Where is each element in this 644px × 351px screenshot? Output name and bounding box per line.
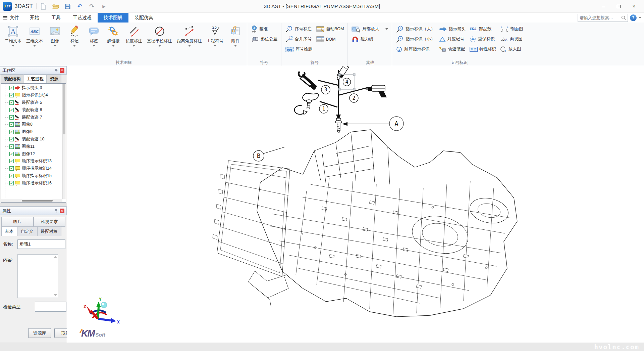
tree-item[interactable]: 顺序指示标识14 [5, 165, 62, 172]
ribbon-button-marker[interactable]: 标记 [65, 23, 84, 47]
help-button[interactable]: ? [630, 14, 637, 21]
ribbon-button-hyperlink[interactable]: 超链接 [104, 23, 123, 47]
search-box[interactable] [578, 14, 628, 22]
ribbon-button-surface-symbol[interactable]: 3.2 工程符号 [204, 23, 226, 47]
tab-process[interactable]: 工艺过程 [67, 13, 98, 23]
scroll-up-icon[interactable] [54, 256, 57, 258]
ribbon-button-image[interactable]: 图像 [45, 23, 65, 47]
minimize-button[interactable]: – [600, 3, 607, 9]
checkbox-checked[interactable] [9, 115, 14, 120]
tree-item[interactable]: 装配轨迹 10 [5, 136, 62, 143]
tree-item[interactable]: 指示箭头 3 [5, 84, 62, 92]
tree-vertical-scrollbar[interactable] [62, 84, 66, 199]
pin-icon[interactable] [54, 209, 58, 213]
open-file-button[interactable] [52, 3, 59, 10]
tab-inspection-requirements[interactable]: 检测要求 [34, 217, 66, 227]
name-input[interactable] [17, 239, 65, 249]
checkbox-checked[interactable] [9, 174, 14, 178]
ribbon-button-distance-angle-dim[interactable]: 距离角度标注 [174, 23, 204, 47]
tree-item[interactable]: 图像12 [5, 150, 62, 158]
tree-horizontal-scrollbar[interactable] [1, 199, 62, 202]
tree-item[interactable]: 顺序指示标识16 [5, 179, 62, 187]
cad-viewport[interactable]: 1 2 3 4 A B [67, 66, 644, 343]
undo-button[interactable]: ↶ [76, 3, 84, 10]
tree-item[interactable]: 顺序指示标识13 [5, 158, 62, 165]
check-type-input[interactable] [35, 302, 66, 312]
hand-screw-tool-icon[interactable] [294, 93, 319, 115]
ribbon-button-feature-mark[interactable]: 水密 特性标识 [470, 45, 496, 53]
tab-process[interactable]: 工艺过程 [24, 75, 47, 83]
ribbon-button-enlarged-view[interactable]: A 放大图 [500, 45, 523, 53]
ribbon-button-sequence-indicator[interactable]: 1 顺序指示标识 [396, 45, 435, 53]
ribbon-button-magnetic-line[interactable]: 磁力线 [352, 35, 388, 43]
tree-item[interactable]: 指示标识(大)4 [5, 92, 62, 99]
tree-item[interactable]: 顺序指示标识15 [5, 172, 62, 180]
new-file-button[interactable] [40, 3, 47, 10]
ribbon-button-merge-balloon[interactable]: 12 合并序号 [285, 35, 312, 43]
tab-technical-illustration[interactable]: 技术图解 [98, 13, 128, 23]
tab-picture[interactable]: 图片 [1, 217, 34, 227]
bolt-icon[interactable] [335, 118, 342, 133]
scroll-down-icon[interactable] [54, 294, 57, 296]
ribbon-button-indicator-large[interactable]: A 指示标识（大） [396, 25, 435, 33]
close-button[interactable]: × [631, 3, 637, 9]
ribbon-button-section-view[interactable]: AA 剖面图 [500, 25, 523, 33]
ribbon-button-datum[interactable]: A 基准 [251, 25, 277, 33]
checkbox-checked[interactable] [9, 152, 14, 156]
tree-item[interactable]: 图像9 [5, 128, 62, 136]
tree-item[interactable]: 装配轨迹 5 [5, 99, 62, 106]
tab-basic[interactable]: 基本 [1, 227, 17, 236]
ribbon-button-indicator-arrow[interactable]: 指示箭头 [439, 25, 466, 33]
checkbox-checked[interactable] [9, 130, 14, 134]
help-dropdown-caret-icon[interactable] [639, 17, 641, 18]
tree-item[interactable]: 装配轨迹 6 [5, 106, 62, 114]
workspace-close-icon[interactable]: ✕ [60, 68, 64, 73]
checkbox-checked[interactable] [9, 93, 14, 97]
checkbox-checked[interactable] [9, 137, 14, 141]
assembly-annotations[interactable]: 1 2 3 4 A B [253, 66, 404, 161]
ribbon-button-diameter-dim[interactable]: 直径半径标注 [145, 23, 174, 47]
checkbox-checked[interactable] [9, 100, 14, 105]
ribbon-button-length-dim[interactable]: 长度标注 [123, 23, 145, 47]
ribbon-button-3d-text[interactable]: ABC 三维文本 [24, 23, 45, 47]
cad-canvas[interactable]: 1 2 3 4 A B [67, 66, 644, 343]
ribbon-button-direction-view[interactable]: A 向视图 [500, 35, 523, 43]
ribbon-button-bom[interactable]: BOM [316, 35, 344, 43]
tree-item[interactable]: 图像8 [5, 121, 62, 128]
pin-icon[interactable] [54, 69, 58, 73]
tab-tools[interactable]: 工具 [45, 13, 67, 23]
checkbox-checked[interactable] [9, 144, 14, 149]
ribbon-button-geometric-tolerance[interactable]: 形位公差 [251, 35, 277, 43]
properties-close-icon[interactable]: ✕ [60, 209, 64, 213]
checkbox-checked[interactable] [9, 86, 14, 90]
tab-home[interactable]: 开始 [24, 13, 45, 23]
tab-custom[interactable]: 自定义 [17, 227, 37, 236]
quick-access-more-icon[interactable]: ▶ [100, 3, 108, 10]
ribbon-button-auto-bom[interactable]: 自动BOM [316, 25, 344, 33]
ribbon-button-2d-text[interactable]: A 二维文本 [2, 23, 24, 47]
wrench-tool-icon[interactable] [299, 72, 316, 90]
ribbon-button-detail-view[interactable]: 局部放大 [352, 25, 388, 33]
tree-item[interactable]: 装配轨迹 7 [5, 114, 62, 121]
tab-assembly-simulation[interactable]: 装配仿真 [128, 13, 159, 23]
tab-assembly-object[interactable]: 装配对象 [37, 227, 61, 236]
ribbon-button-balloon[interactable]: 1 序号标注 [285, 25, 312, 33]
ribbon-button-correspond-mark[interactable]: 对应记号 [439, 35, 466, 43]
ribbon-button-part-count[interactable]: XR/L 部品数 [470, 25, 496, 33]
maximize-button[interactable] [617, 5, 621, 8]
redo-button[interactable]: ↷ [88, 3, 96, 10]
ribbon-button-tag[interactable]: 标签 [84, 23, 104, 47]
checkbox-checked[interactable] [9, 181, 14, 185]
ribbon-button-indicator-small[interactable]: a 指示标识（小） [396, 35, 435, 43]
content-textarea[interactable] [17, 254, 58, 298]
impact-driver-icon[interactable] [366, 85, 387, 97]
cancel-button[interactable]: 取消 [54, 328, 67, 338]
resource-library-button[interactable]: 资源库 [28, 328, 51, 338]
checkbox-checked[interactable] [9, 159, 14, 163]
search-input[interactable] [580, 15, 621, 20]
checkbox-checked[interactable] [9, 166, 14, 171]
tab-resources[interactable]: 资源 [47, 75, 61, 83]
ribbon-button-attachment[interactable]: 附件 [226, 23, 245, 47]
dropdown-caret-icon[interactable] [385, 28, 388, 30]
checkbox-checked[interactable] [9, 122, 14, 127]
